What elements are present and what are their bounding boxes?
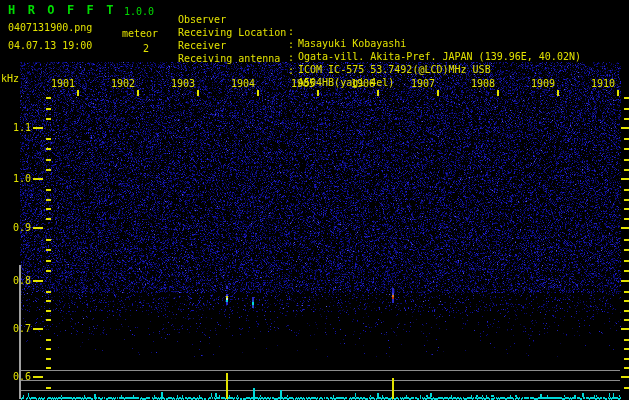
freq-minor-tick [624, 199, 629, 201]
freq-minor-tick [624, 218, 629, 220]
time-tick [137, 90, 139, 96]
freq-minor-tick [624, 387, 629, 389]
freq-minor-tick [624, 319, 629, 321]
info-label: Receiving antenna [178, 53, 280, 65]
freq-minor-tick [46, 319, 51, 321]
meteor-echo [226, 302, 228, 305]
freq-minor-tick [46, 300, 51, 302]
freq-minor-tick [624, 118, 629, 120]
time-tick [377, 90, 379, 96]
freq-minor-tick [46, 118, 51, 120]
freq-minor-tick [624, 108, 629, 110]
freq-minor-tick [624, 249, 629, 251]
time-tick [197, 90, 199, 96]
freq-label: 0.9 [0, 222, 31, 234]
freq-major-tick [621, 178, 629, 180]
freq-minor-tick [46, 189, 51, 191]
freq-minor-tick [624, 97, 629, 99]
freq-minor-tick [46, 270, 51, 272]
time-label: 1901 [35, 78, 75, 90]
freq-major-tick [621, 280, 629, 282]
freq-label: 0.7 [0, 323, 31, 335]
freq-major-tick [33, 376, 43, 378]
freq-minor-tick [46, 358, 51, 360]
time-tick [437, 90, 439, 96]
freq-major-tick [621, 227, 629, 229]
time-tick [77, 90, 79, 96]
meteor-echo [392, 299, 394, 303]
freq-major-tick [33, 280, 43, 282]
freq-minor-tick [46, 97, 51, 99]
freq-minor-tick [46, 138, 51, 140]
signal-spike [226, 373, 228, 399]
level-grid-line [20, 370, 620, 371]
time-label: 1907 [395, 78, 435, 90]
freq-label: 1.1 [0, 122, 31, 134]
freq-minor-tick [624, 348, 629, 350]
freq-major-tick [33, 127, 43, 129]
freq-minor-tick [624, 260, 629, 262]
freq-label: 0.8 [0, 275, 31, 287]
freq-major-tick [33, 227, 43, 229]
freq-major-tick [621, 127, 629, 129]
freq-label: 1.0 [0, 173, 31, 185]
freq-minor-tick [46, 367, 51, 369]
freq-minor-tick [624, 310, 629, 312]
info-row: Receiving antenna : A504HB(yagi 4el) [0, 41, 629, 101]
level-axis-line [19, 265, 21, 399]
freq-minor-tick [46, 108, 51, 110]
freq-minor-tick [624, 291, 629, 293]
freq-minor-tick [624, 358, 629, 360]
time-label: 1903 [155, 78, 195, 90]
freq-minor-tick [624, 169, 629, 171]
freq-minor-tick [624, 270, 629, 272]
freq-minor-tick [46, 159, 51, 161]
meteor-echo [226, 286, 228, 289]
freq-minor-tick [46, 339, 51, 341]
freq-minor-tick [46, 387, 51, 389]
level-grid-line [20, 380, 620, 381]
freq-minor-tick [624, 367, 629, 369]
time-tick [617, 90, 619, 96]
freq-minor-tick [46, 218, 51, 220]
signal-spike [94, 394, 96, 399]
time-tick [497, 90, 499, 96]
level-grid-line [20, 390, 620, 391]
freq-major-tick [621, 328, 629, 330]
freq-minor-tick [624, 208, 629, 210]
signal-spike [280, 390, 282, 399]
time-tick [317, 90, 319, 96]
freq-minor-tick [46, 239, 51, 241]
freq-minor-tick [46, 249, 51, 251]
freq-major-tick [33, 328, 43, 330]
time-label: 1902 [95, 78, 135, 90]
freq-minor-tick [624, 239, 629, 241]
freq-minor-tick [46, 310, 51, 312]
signal-spike [253, 388, 255, 399]
time-label: 1908 [455, 78, 495, 90]
time-label: 1906 [335, 78, 375, 90]
freq-axis-unit: kHz [1, 73, 19, 85]
freq-minor-tick [624, 148, 629, 150]
meteor-echo [252, 305, 254, 308]
freq-minor-tick [624, 189, 629, 191]
freq-minor-tick [46, 148, 51, 150]
signal-spike [161, 392, 163, 399]
freq-minor-tick [624, 339, 629, 341]
freq-minor-tick [624, 138, 629, 140]
hrofft-screen: H R O F F T 1.0.0 0407131900.png meteor … [0, 0, 629, 400]
time-label: 1904 [215, 78, 255, 90]
freq-minor-tick [624, 159, 629, 161]
freq-minor-tick [46, 169, 51, 171]
freq-minor-tick [46, 199, 51, 201]
time-label: 1905 [275, 78, 315, 90]
time-label: 1909 [515, 78, 555, 90]
time-tick [257, 90, 259, 96]
info-separator: : [288, 65, 294, 77]
time-tick [557, 90, 559, 96]
freq-major-tick [33, 178, 43, 180]
freq-minor-tick [624, 300, 629, 302]
freq-minor-tick [46, 348, 51, 350]
freq-minor-tick [46, 291, 51, 293]
freq-label: 0.6 [0, 371, 31, 383]
